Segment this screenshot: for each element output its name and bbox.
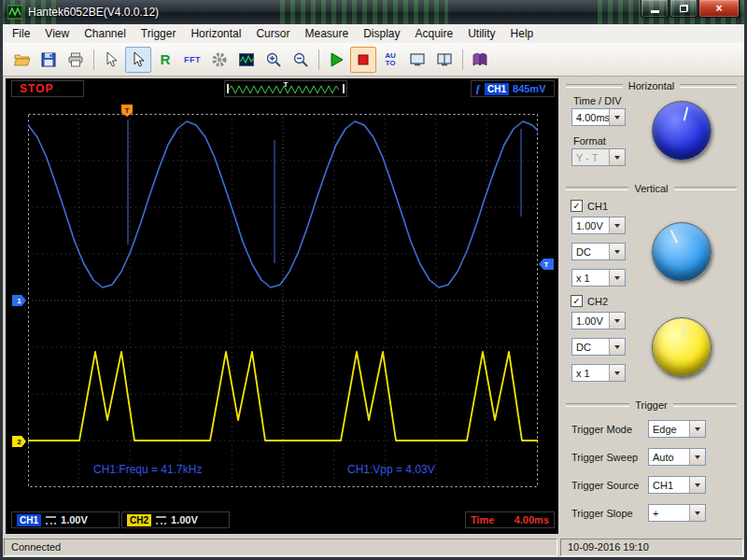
select-button[interactable] xyxy=(125,47,151,73)
menu-channel[interactable]: Channel xyxy=(77,25,134,42)
ch2-checkbox[interactable]: ✓ xyxy=(571,295,583,307)
zoom-out-button[interactable] xyxy=(288,47,314,73)
maximize-button[interactable] xyxy=(669,0,698,18)
dropdown-button[interactable] xyxy=(689,505,705,521)
trigger-section-header: Trigger xyxy=(566,399,737,411)
ch2-enable-row[interactable]: ✓ CH2 xyxy=(571,295,608,307)
menu-file[interactable]: File xyxy=(5,25,37,42)
ch1-coupling-select[interactable]: DC xyxy=(571,243,626,260)
reference-button[interactable]: R xyxy=(152,47,178,73)
chevron-down-icon xyxy=(695,427,700,434)
dropdown-button[interactable] xyxy=(689,477,705,493)
ch1-position-knob[interactable] xyxy=(652,222,712,282)
chevron-down-icon xyxy=(614,116,620,122)
zoom-in-icon xyxy=(264,50,283,69)
cursor-button[interactable] xyxy=(98,47,124,73)
ch2-position-knob[interactable] xyxy=(652,317,712,377)
time-div-label: Time / DIV xyxy=(573,95,622,106)
toolbar-separator xyxy=(93,49,94,70)
preview-left-handle[interactable] xyxy=(227,84,229,93)
time-value: 4.00ms xyxy=(514,514,549,525)
time-label: Time xyxy=(471,514,494,525)
dual-display-button[interactable] xyxy=(431,47,458,73)
gear-icon xyxy=(210,50,229,69)
time-div-select[interactable]: 4.00ms xyxy=(571,108,626,126)
menu-help[interactable]: Help xyxy=(503,25,542,42)
menu-display[interactable]: Display xyxy=(356,25,407,42)
preview-right-handle[interactable] xyxy=(343,84,345,93)
ch2-scale-box: CH2 1.00V xyxy=(121,511,230,528)
chevron-down-icon xyxy=(614,371,620,378)
menu-acquire[interactable]: Acquire xyxy=(408,25,461,42)
menu-trigger[interactable]: Trigger xyxy=(134,25,184,42)
self-cal-button[interactable] xyxy=(206,47,233,73)
dropdown-button[interactable] xyxy=(609,217,625,233)
zoom-in-button[interactable] xyxy=(261,47,287,73)
window-title: Hantek6052BE(V4.0.0.12) xyxy=(28,6,159,19)
help-button[interactable] xyxy=(467,47,493,73)
ch2-ground-marker[interactable]: 2 xyxy=(12,436,26,447)
minimize-button[interactable] xyxy=(641,0,669,18)
ch1-volts-select[interactable]: 1.00V xyxy=(571,217,626,234)
knob-pointer xyxy=(684,107,689,121)
menu-horizontal[interactable]: Horizontal xyxy=(183,25,248,42)
single-display-icon xyxy=(408,50,427,69)
fft-button[interactable]: FFT xyxy=(179,47,205,73)
stop-button[interactable] xyxy=(350,47,376,73)
ch1-ground-marker[interactable]: 1 xyxy=(12,295,26,306)
trigger-level-marker[interactable]: T xyxy=(539,259,554,270)
printer-icon xyxy=(66,50,85,69)
dropdown-button[interactable] xyxy=(689,449,705,465)
chevron-down-icon xyxy=(695,455,700,462)
scope-region: STOP T ƒ CH1 845mV xyxy=(6,78,558,534)
ch2-coupling-select[interactable]: DC xyxy=(571,338,626,356)
open-button[interactable] xyxy=(8,47,35,73)
format-select: Y - T xyxy=(571,148,626,166)
vertical-section-header: Vertical xyxy=(566,183,737,194)
chevron-down-icon xyxy=(614,250,620,257)
waveform-preview[interactable]: T xyxy=(224,80,347,97)
dropdown-button[interactable] xyxy=(609,313,625,329)
stop-square-icon xyxy=(354,50,373,69)
trigger-sweep-select[interactable]: Auto xyxy=(648,448,706,466)
cursor-arrow-icon xyxy=(102,50,120,69)
run-play-icon xyxy=(327,50,345,69)
trigger-slope-select[interactable]: + xyxy=(648,504,706,522)
ch2-volts-select[interactable]: 1.00V xyxy=(571,312,626,329)
dropdown-button[interactable] xyxy=(609,109,625,125)
trigger-channel-badge: CH1 xyxy=(485,83,509,95)
autoset-button[interactable]: AUTO xyxy=(377,47,403,73)
open-folder-icon xyxy=(12,50,31,69)
dropdown-button[interactable] xyxy=(609,244,625,259)
autoset-icon: AUTO xyxy=(385,52,396,67)
close-button[interactable]: × xyxy=(698,0,740,18)
dropdown-button[interactable] xyxy=(609,365,625,381)
ch2-checkbox-label: CH2 xyxy=(587,296,608,307)
menu-view[interactable]: View xyxy=(37,25,77,42)
single-display-button[interactable] xyxy=(404,47,430,73)
menu-measure[interactable]: Measure xyxy=(297,25,356,42)
menu-cursor[interactable]: Cursor xyxy=(248,25,297,42)
chevron-down-icon xyxy=(695,511,700,518)
ch2-coupling-icon xyxy=(156,516,166,525)
reference-icon: R xyxy=(161,51,171,67)
titlebar[interactable]: Hantek6052BE(V4.0.0.12) × xyxy=(0,0,747,24)
dropdown-button[interactable] xyxy=(689,421,705,437)
dropdown-button[interactable] xyxy=(609,270,625,286)
save-button[interactable] xyxy=(35,47,62,73)
ch1-scale-value: 1.00V xyxy=(61,514,88,525)
ch2-probe-select[interactable]: x 1 xyxy=(571,364,626,382)
run-button[interactable] xyxy=(323,47,349,73)
trigger-source-select[interactable]: CH1 xyxy=(648,476,706,494)
ch1-coupling-icon xyxy=(46,516,56,525)
ch1-checkbox[interactable]: ✓ xyxy=(571,200,583,212)
print-button[interactable] xyxy=(63,47,89,73)
trigger-mode-select[interactable]: Edge xyxy=(648,420,706,438)
dropdown-button[interactable] xyxy=(609,339,625,355)
menu-utility[interactable]: Utility xyxy=(460,25,502,42)
ch1-probe-select[interactable]: x 1 xyxy=(571,269,626,287)
horizontal-position-knob[interactable] xyxy=(652,101,712,161)
pass-fail-button[interactable] xyxy=(233,47,260,73)
scope-display: T T 1 2 CH1:Frequ = 41.7kHz CH1:Vpp = 4.… xyxy=(9,101,555,506)
ch1-enable-row[interactable]: ✓ CH1 xyxy=(571,200,608,212)
